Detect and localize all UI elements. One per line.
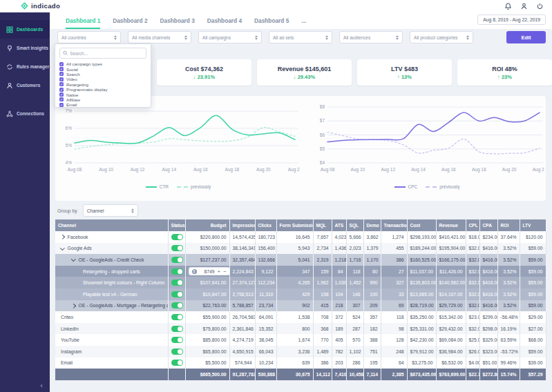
checkbox-checked-icon[interactable]: ✓ [59, 67, 64, 71]
status-toggle[interactable] [171, 349, 183, 355]
stepper-minus-button[interactable]: − [223, 269, 227, 274]
table-row[interactable]: Google Ads$150,000.0038,146,341156,4005,… [55, 243, 546, 255]
checkbox-checked-icon[interactable]: ✓ [59, 82, 64, 86]
bell-icon[interactable] [504, 2, 512, 10]
status-toggle[interactable] [171, 234, 183, 240]
filter-select-all-product-categories[interactable]: All product categories [410, 31, 473, 43]
filter-select-all-countries[interactable]: All countries [57, 31, 121, 43]
group-by-select[interactable]: Channel [83, 204, 138, 217]
dropdown-option-video[interactable]: ✓Video [59, 77, 146, 81]
column-header-clicks[interactable]: Clicks [255, 219, 276, 231]
checkbox-checked-icon[interactable]: ✓ [59, 72, 64, 76]
column-header-cpl[interactable]: CPL [466, 219, 479, 231]
dropdown-option-programmatic-display[interactable]: ✓Programmatic display [59, 87, 146, 92]
table-row[interactable]: Facebook$220,800.0014,574,435180,72316,6… [55, 231, 546, 243]
column-header-ats[interactable]: ATS [332, 219, 346, 231]
column-header-cpa[interactable]: CPA [479, 219, 497, 231]
checkbox-checked-icon[interactable]: ✓ [59, 92, 64, 97]
table-row[interactable]: Criteo$55,900.0026,704,58364,0911,538708… [55, 311, 546, 323]
status-toggle[interactable] [171, 302, 183, 308]
sidebar-item-rules-manager[interactable]: Rules manager [0, 57, 50, 76]
tab-dashboard-4[interactable]: Dashboard 4 [207, 12, 242, 29]
power-icon[interactable] [536, 2, 544, 10]
checkbox-checked-icon[interactable]: ✓ [59, 97, 64, 101]
stepper-value[interactable]: 8749 [200, 269, 215, 274]
dropdown-option-all-campaign-types[interactable]: ✓All campaign types [59, 61, 146, 66]
filter-select-all-audiences[interactable]: All audiences [339, 31, 403, 43]
filter-select-all-ad-sets[interactable]: All ad sets [269, 31, 332, 43]
column-header-cost[interactable]: Cost [407, 219, 436, 231]
status-toggle[interactable] [171, 257, 183, 263]
budget-stepper[interactable]: $8749+− [189, 267, 230, 275]
table-row[interactable]: LinkedIn$75,800.002,361,84615,3528003681… [55, 323, 546, 335]
user-icon[interactable] [520, 2, 528, 10]
sidebar-item-customers[interactable]: Customers [0, 76, 50, 95]
sidebar-item-connections[interactable]: Connections [0, 104, 50, 123]
sidebar-item-dashboards[interactable]: Dashboards [0, 20, 50, 39]
checkbox-checked-icon[interactable]: ✓ [59, 88, 64, 92]
status-toggle[interactable] [171, 280, 183, 286]
channel-cell: LinkedIn [58, 326, 165, 331]
column-header-ltv[interactable]: LTV [520, 219, 546, 231]
dropdown-option-social[interactable]: ✓Social [59, 66, 146, 71]
filter-select-all-campaigns[interactable]: All campaigns [198, 31, 262, 43]
column-header-form-submission[interactable]: Form Submission [276, 219, 313, 231]
table-row[interactable]: $665,500.0091,287,783530,88830,67514,112… [55, 369, 546, 380]
table-row[interactable]: Email$5,500.00574,94410,2346393862032861… [55, 357, 546, 369]
dropdown-option-native[interactable]: ✓Native [59, 92, 146, 97]
tab-dashboard-5[interactable]: Dashboard 5 [254, 12, 289, 29]
status-toggle[interactable] [171, 360, 183, 366]
column-header-budget[interactable]: Budget [185, 219, 229, 231]
edit-button[interactable]: Edit [506, 31, 546, 43]
metric-cell: 14,112 [313, 369, 332, 380]
metric-cell: $36,984.00 [436, 346, 466, 357]
status-toggle[interactable] [171, 291, 183, 297]
column-header-status[interactable]: Status [168, 219, 185, 231]
table-row[interactable]: Retargeting - dropped carts$8749+−2,224,… [55, 266, 546, 277]
date-range-picker[interactable]: Aug 8, 2019 - Aug 22, 2019 [477, 14, 546, 25]
status-toggle[interactable] [171, 245, 183, 251]
column-header-mql[interactable]: MQL [313, 219, 332, 231]
checkbox-checked-icon[interactable]: ✓ [59, 77, 64, 81]
table-row[interactable]: OE - GoogleAds - Credit Check$127,237.00… [55, 254, 546, 266]
table-row[interactable]: Instagram$65,800.004,650,91566,0433,2361… [55, 346, 546, 357]
column-header-revenue[interactable]: Revenue [436, 219, 466, 231]
dropdown-search-input[interactable] [70, 51, 143, 56]
checkbox-checked-icon[interactable]: ✓ [59, 62, 64, 66]
dropdown-option-retargeting[interactable]: ✓Retargeting [59, 82, 146, 87]
column-header-roi[interactable]: ROI [497, 219, 520, 231]
tab-dashboard-2[interactable]: Dashboard 2 [113, 12, 147, 29]
column-header-transaction[interactable]: Transaction [381, 219, 407, 231]
sidebar-item-smart-insights[interactable]: Smart insights [0, 39, 50, 57]
table-row[interactable]: YouTube$85,800.004,274,71938,0451,674770… [55, 334, 546, 346]
chevron-right-icon[interactable] [60, 235, 64, 239]
dropdown-option-search[interactable]: ✓Search [59, 72, 146, 77]
checkbox-checked-icon[interactable]: ✓ [59, 103, 64, 107]
sidebar-collapse-icon[interactable]: ‹ [40, 381, 43, 389]
status-toggle[interactable] [171, 314, 183, 320]
chevron-down-icon[interactable] [71, 257, 75, 261]
status-toggle[interactable] [171, 326, 183, 332]
chevron-down-icon[interactable] [60, 246, 64, 250]
filter-select-all-media-channels[interactable]: All media channels [128, 31, 191, 43]
table-row[interactable]: Playable test v4 - German$10,847.002,758… [55, 288, 546, 300]
status-toggle[interactable] [171, 337, 183, 343]
table-row[interactable]: OE - GoogleAds - Mortgage - Retargeting … [55, 300, 546, 312]
status-toggle[interactable] [171, 268, 183, 275]
stepper-plus-button[interactable]: + [218, 269, 221, 274]
column-header-impressions[interactable]: Impressions [229, 219, 255, 231]
dropdown-option-email[interactable]: ✓Email [59, 102, 146, 107]
chevron-right-icon[interactable] [71, 304, 75, 308]
tabs-overflow[interactable]: ... [301, 12, 306, 29]
column-header-sql[interactable]: SQL [346, 219, 363, 231]
column-header-demo[interactable]: Demo [363, 219, 381, 231]
svg-text:Aug 18: Aug 18 [225, 167, 240, 173]
tab-dashboard-3[interactable]: Dashboard 3 [160, 12, 195, 29]
dropdown-option-affiliate[interactable]: ✓Affiliate [59, 97, 146, 102]
dropdown-search[interactable] [59, 48, 146, 59]
metric-cell: 287 [346, 323, 363, 335]
table-row[interactable]: Showreel bright colours - Right Column$1… [55, 277, 546, 288]
column-header-channel[interactable]: Channel [55, 219, 168, 231]
tab-dashboard-1[interactable]: Dashboard 1 [66, 12, 100, 29]
metric-cell: 248 [381, 346, 407, 357]
